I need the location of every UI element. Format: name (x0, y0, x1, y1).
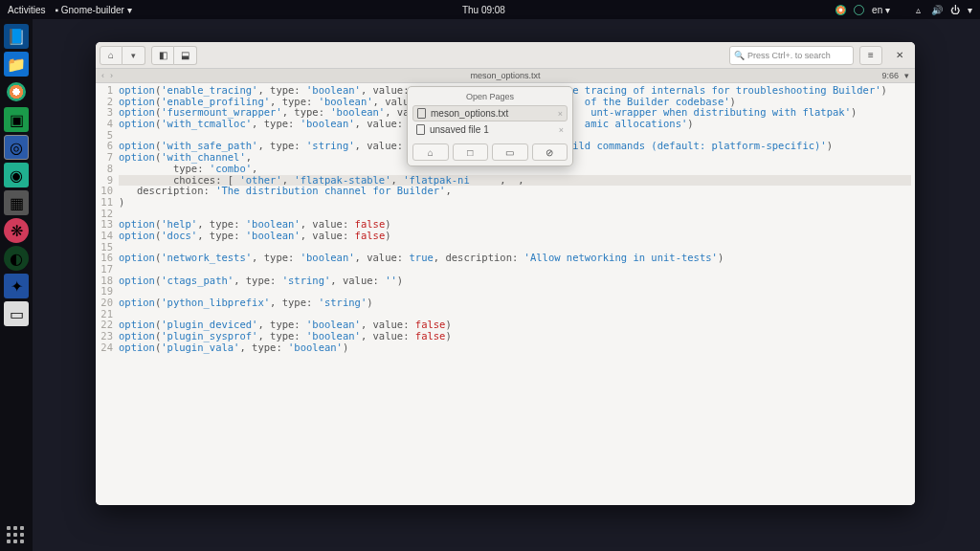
tab-menu-chevron-icon[interactable]: ▾ (904, 71, 909, 80)
clock[interactable]: Thu 09:08 (132, 5, 835, 15)
home-button[interactable]: ⌂ (100, 46, 122, 65)
activities-button[interactable]: Activities (8, 5, 45, 15)
close-button[interactable]: ✕ (888, 46, 911, 65)
popover-link-button[interactable]: ⊘ (532, 143, 568, 161)
system-menu-chevron-icon[interactable]: ▾ (968, 5, 972, 15)
search-placeholder: Press Ctrl+. to search (747, 51, 831, 60)
power-icon[interactable]: ⏻ (949, 5, 960, 15)
gnome-topbar: Activities ▪ Gnome-builder ▾ Thu 09:08 e… (0, 0, 980, 19)
close-page-icon[interactable]: × (559, 125, 564, 135)
panel-bottom-toggle[interactable]: ⬓ (174, 46, 197, 65)
dock-item[interactable]: 📘 (4, 24, 29, 49)
dock-item[interactable]: ◉ (4, 163, 29, 187)
home-menu-button[interactable]: ▾ (122, 46, 145, 65)
dock-item[interactable]: ◎ (4, 135, 29, 160)
dock-item[interactable]: ▭ (4, 301, 29, 326)
volume-icon[interactable]: 🔊 (931, 5, 942, 15)
popover-title: Open Pages (412, 92, 568, 101)
popover-split-button[interactable]: ▭ (492, 143, 528, 161)
dock-item[interactable] (4, 79, 29, 104)
open-page-label: unsaved file 1 (430, 124, 489, 135)
network-icon[interactable]: ▵ (913, 5, 924, 15)
document-icon (416, 124, 425, 135)
hamburger-menu-button[interactable]: ≡ (859, 46, 882, 65)
headerbar: ⌂ ▾ ◧ ⬓ 🔍 Press Ctrl+. to search ≡ ✕ (96, 42, 915, 69)
lang-indicator[interactable]: en ▾ (872, 5, 890, 15)
dock-item[interactable]: ✦ (4, 274, 29, 298)
tabbar: ‹ › meson_options.txt 9:66 ▾ (96, 69, 915, 83)
dock-item[interactable]: ❋ (4, 218, 29, 243)
line-gutter: 123456789101112131415161718192021222324 (96, 83, 117, 505)
open-page-item[interactable]: meson_options.txt × (412, 105, 568, 121)
global-search[interactable]: 🔍 Press Ctrl+. to search (729, 46, 854, 65)
dock: 📘 📁 ▣ ◎ ◉ ▦ ❋ ◐ ✦ ▭ (0, 19, 33, 551)
open-pages-popover: Open Pages meson_options.txt × unsaved f… (407, 86, 573, 166)
document-icon (417, 108, 426, 119)
open-page-label: meson_options.txt (431, 108, 508, 119)
chrome-indicator-icon[interactable] (835, 5, 846, 15)
show-apps-button[interactable] (7, 526, 24, 543)
open-page-item[interactable]: unsaved file 1 × (412, 121, 568, 138)
popover-new-button[interactable]: □ (453, 143, 489, 161)
tab-title[interactable]: meson_options.txt (96, 71, 915, 80)
app-menu[interactable]: ▪ Gnome-builder ▾ (55, 5, 131, 15)
circle-indicator-icon[interactable] (854, 5, 864, 15)
search-icon: 🔍 (734, 51, 745, 60)
close-page-icon[interactable]: × (558, 109, 563, 119)
dock-item[interactable]: ◐ (4, 246, 29, 271)
popover-home-button[interactable]: ⌂ (412, 143, 449, 161)
dock-item[interactable]: ▣ (4, 107, 29, 132)
dock-item[interactable]: 📁 (4, 52, 29, 77)
dock-item[interactable]: ▦ (4, 190, 29, 215)
cursor-position: 9:66 (881, 71, 899, 80)
panel-left-toggle[interactable]: ◧ (151, 46, 174, 65)
